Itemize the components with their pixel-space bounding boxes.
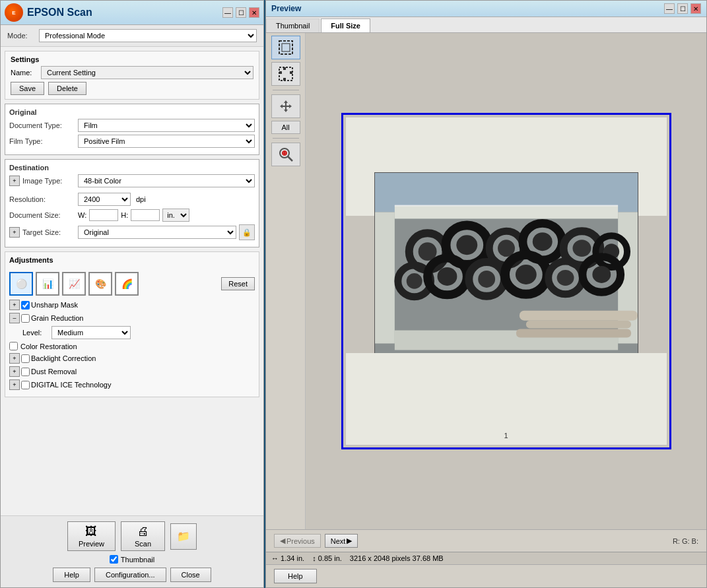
destination-title: Destination bbox=[9, 164, 255, 172]
preview-minimize-button[interactable]: — bbox=[664, 3, 675, 14]
epson-logo-icon: E bbox=[5, 3, 23, 22]
preview-help-bar: Help bbox=[266, 564, 706, 587]
target-size-expand[interactable]: + bbox=[9, 227, 20, 238]
tool-divider bbox=[273, 90, 299, 90]
pixel-info: 3216 x 2048 pixels 37.68 MB bbox=[350, 554, 444, 562]
status-height: 0.85 in. bbox=[318, 554, 342, 562]
status-pixels: 3216 x 2048 pixels bbox=[350, 554, 411, 562]
digital-ice-row: + DIGITAL ICE Technology bbox=[9, 379, 255, 390]
preview-panel: Preview — ☐ ✕ Thumbnail Full Size All bbox=[265, 0, 707, 588]
tone-curve-icon[interactable]: 📈 bbox=[62, 272, 86, 296]
color-restoration-checkbox[interactable] bbox=[9, 342, 18, 350]
status-filesize: 37.68 MB bbox=[413, 554, 444, 562]
tool-divider-2 bbox=[273, 138, 299, 139]
tab-fullsize[interactable]: Full Size bbox=[321, 18, 370, 32]
next-button[interactable]: Next ▶ bbox=[325, 534, 358, 548]
preview-label: Preview bbox=[79, 540, 104, 548]
help-button[interactable]: Help bbox=[53, 568, 90, 582]
width-label: W: bbox=[78, 211, 86, 219]
digital-ice-checkbox[interactable] bbox=[21, 381, 30, 389]
epson-content: Settings Name: Current Setting Save Dele… bbox=[1, 47, 263, 515]
grain-expand[interactable]: – bbox=[9, 313, 20, 323]
preview-button[interactable]: 🖼 Preview bbox=[67, 521, 116, 551]
marquee-tool[interactable] bbox=[271, 62, 300, 86]
move-tool[interactable] bbox=[271, 94, 300, 118]
zoom-tool[interactable] bbox=[271, 143, 300, 166]
reset-button[interactable]: Reset bbox=[221, 277, 255, 290]
preview-maximize-button[interactable]: ☐ bbox=[677, 3, 688, 14]
svg-rect-0 bbox=[279, 41, 292, 54]
close-button-bottom[interactable]: Close bbox=[170, 568, 211, 582]
svg-point-37 bbox=[515, 265, 536, 284]
name-select[interactable]: Current Setting bbox=[41, 66, 253, 79]
configuration-button[interactable]: Configuration... bbox=[94, 568, 166, 582]
grain-reduction-row: – Grain Reduction bbox=[9, 313, 255, 323]
grain-checkbox[interactable] bbox=[21, 314, 30, 323]
adjustments-title: Adjustments bbox=[9, 256, 53, 264]
preview-close-button[interactable]: ✕ bbox=[690, 3, 701, 14]
digital-ice-expand[interactable]: + bbox=[9, 379, 20, 390]
svg-point-21 bbox=[456, 235, 477, 255]
scan-image bbox=[374, 172, 638, 370]
svg-rect-43 bbox=[525, 321, 630, 329]
status-bar: ↔ 1.34 in. ↕ 0.85 in. 3216 x 2048 pixels… bbox=[266, 552, 706, 564]
resolution-select[interactable]: 2400 600 1200 bbox=[78, 193, 131, 206]
close-button[interactable]: ✕ bbox=[249, 7, 259, 18]
target-size-label: Target Size: bbox=[22, 228, 75, 236]
epson-title: EPSON Scan bbox=[27, 7, 92, 18]
svg-point-27 bbox=[572, 240, 591, 257]
preview-help-button[interactable]: Help bbox=[274, 569, 317, 583]
tab-thumbnail[interactable]: Thumbnail bbox=[266, 18, 320, 32]
height-input[interactable]: 0.85 bbox=[131, 209, 160, 221]
resolution-label: Resolution: bbox=[9, 195, 75, 203]
target-size-select[interactable]: Original bbox=[78, 226, 236, 239]
select-frame-tool[interactable] bbox=[271, 36, 300, 59]
destination-section: Destination + Image Type: 48-bit Color 2… bbox=[5, 159, 259, 247]
color-balance-icon[interactable]: 🎨 bbox=[88, 272, 112, 296]
grain-label: Grain Reduction bbox=[31, 314, 84, 322]
unsharp-mask-row: + Unsharp Mask bbox=[9, 300, 255, 310]
dust-removal-row: + Dust Removal bbox=[9, 366, 255, 377]
previous-button[interactable]: ◀ Previous bbox=[274, 534, 321, 548]
image-type-expand[interactable]: + bbox=[9, 176, 20, 186]
preview-tabs: Thumbnail Full Size bbox=[266, 17, 706, 33]
settings-btn-row: Save Delete bbox=[11, 82, 253, 95]
backlight-expand[interactable]: + bbox=[9, 353, 20, 364]
minimize-button[interactable]: — bbox=[222, 7, 233, 18]
size-unit-select[interactable]: in. cm bbox=[162, 209, 189, 222]
color-restoration-row: Color Restoration bbox=[9, 342, 255, 350]
thumbnail-checkbox[interactable] bbox=[110, 555, 118, 564]
unsharp-expand[interactable]: + bbox=[9, 300, 20, 310]
delete-button[interactable]: Delete bbox=[48, 82, 86, 95]
width-input[interactable]: 1.34 bbox=[89, 209, 118, 221]
mode-select[interactable]: Professional Mode bbox=[39, 29, 257, 42]
save-location-button[interactable]: 📁 bbox=[170, 523, 197, 550]
save-button[interactable]: Save bbox=[11, 82, 44, 95]
histogram-icon[interactable]: 📊 bbox=[36, 272, 59, 296]
image-type-label: Image Type: bbox=[22, 177, 75, 185]
preview-footer: ◀ Previous Next ▶ R: G: B: bbox=[266, 529, 706, 552]
all-button[interactable]: All bbox=[271, 121, 300, 134]
titlebar-controls: — ☐ ✕ bbox=[222, 7, 259, 18]
preview-main: All bbox=[266, 33, 706, 529]
scan-button[interactable]: 🖨 Scan bbox=[121, 521, 165, 551]
backlight-checkbox[interactable] bbox=[21, 354, 30, 363]
grain-level-row: Level: Medium Low High bbox=[9, 326, 255, 339]
adjustment-icons: ⚪ 📊 📈 🎨 🌈 Reset bbox=[9, 272, 255, 296]
svg-rect-6 bbox=[283, 78, 286, 81]
height-status: ↕ 0.85 in. bbox=[312, 554, 342, 562]
color-palette-icon[interactable]: 🌈 bbox=[115, 272, 139, 296]
film-type-select[interactable]: Positive Film Negative Film (Color) Nega… bbox=[78, 135, 255, 148]
scan-inner: 1 bbox=[346, 117, 667, 445]
svg-point-25 bbox=[532, 232, 552, 251]
lock-button[interactable]: 🔒 bbox=[239, 224, 255, 240]
image-type-select[interactable]: 48-bit Color 24-bit Color bbox=[78, 174, 255, 187]
unsharp-checkbox[interactable] bbox=[21, 301, 30, 310]
svg-rect-42 bbox=[519, 311, 637, 321]
level-select[interactable]: Medium Low High bbox=[51, 326, 131, 339]
dust-checkbox[interactable] bbox=[21, 368, 30, 376]
dust-expand[interactable]: + bbox=[9, 366, 20, 377]
maximize-button[interactable]: ☐ bbox=[236, 7, 246, 18]
doc-type-select[interactable]: Film bbox=[78, 119, 255, 132]
reflection-icon[interactable]: ⚪ bbox=[9, 272, 33, 296]
